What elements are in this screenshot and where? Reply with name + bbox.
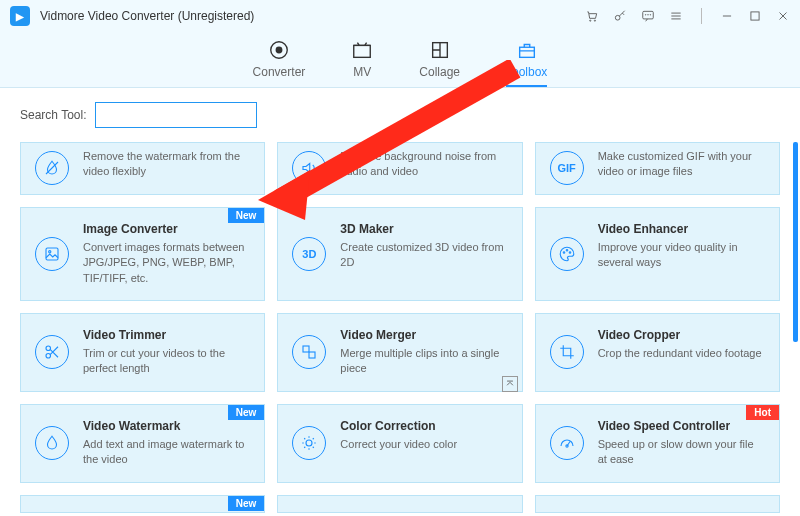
tool-image-converter[interactable]: New Image Converter Convert images forma…	[20, 207, 265, 301]
svg-point-16	[563, 252, 565, 254]
search-row: Search Tool:	[0, 88, 800, 142]
tool-video-merger[interactable]: Video Merger Merge multiple clips into a…	[277, 313, 522, 392]
svg-point-15	[49, 250, 51, 252]
tool-video-speed[interactable]: Hot Video Speed Controller Speed up or s…	[535, 404, 780, 483]
tool-grid: Remove the watermark from the video flex…	[20, 142, 780, 513]
image-icon	[35, 237, 69, 271]
app-logo: ▶	[10, 6, 30, 26]
tool-watermark-remover[interactable]: Remove the watermark from the video flex…	[20, 142, 265, 195]
svg-point-17	[566, 249, 568, 251]
tool-title: Video Enhancer	[598, 222, 765, 236]
badge-new: New	[228, 496, 265, 511]
tool-desc: Correct your video color	[340, 437, 507, 452]
svg-rect-22	[309, 352, 315, 358]
svg-point-4	[645, 15, 646, 16]
badge-hot: Hot	[746, 405, 779, 420]
menu-icon[interactable]	[669, 9, 683, 23]
tool-title: 3D Maker	[340, 222, 507, 236]
svg-rect-21	[303, 346, 309, 352]
scroll-to-top-button[interactable]	[502, 376, 518, 392]
tool-title: Video Cropper	[598, 328, 765, 342]
svg-point-1	[594, 20, 595, 21]
audio-icon	[292, 151, 326, 185]
feedback-icon[interactable]	[641, 9, 655, 23]
tool-desc: Add text and image watermark to the vide…	[83, 437, 250, 468]
app-title: Vidmore Video Converter (Unregistered)	[40, 9, 254, 23]
tool-video-trimmer[interactable]: Video Trimmer Trim or cut your videos to…	[20, 313, 265, 392]
tab-collage[interactable]: Collage	[419, 39, 460, 87]
tool-desc: Convert images formats between JPG/JPEG,…	[83, 240, 250, 286]
tool-color-correction[interactable]: Color Correction Correct your video colo…	[277, 404, 522, 483]
tool-title: Image Converter	[83, 222, 250, 236]
tool-desc: Make customized GIF with your video or i…	[598, 149, 765, 180]
tool-video-enhancer[interactable]: Video Enhancer Improve your video qualit…	[535, 207, 780, 301]
main-tabs: Converter MV Collage Toolbox	[0, 32, 800, 88]
key-icon[interactable]	[613, 9, 627, 23]
tool-title: Video Trimmer	[83, 328, 250, 342]
svg-rect-7	[751, 12, 759, 20]
tool-grid-container: Remove the watermark from the video flex…	[0, 142, 800, 516]
tool-gif-maker[interactable]: GIF Make customized GIF with your video …	[535, 142, 780, 195]
search-input[interactable]	[102, 108, 252, 122]
sun-icon	[292, 426, 326, 460]
scrollbar-thumb[interactable]	[793, 142, 798, 342]
tab-label: Converter	[253, 65, 306, 79]
tab-toolbox[interactable]: Toolbox	[506, 39, 547, 87]
tab-label: Toolbox	[506, 65, 547, 79]
tool-desc: Remove background noise from audio and v…	[340, 149, 507, 180]
tool-noise-remover[interactable]: Remove background noise from audio and v…	[277, 142, 522, 195]
svg-point-5	[648, 15, 649, 16]
droplet-icon	[35, 426, 69, 460]
tool-desc: Create customized 3D video from 2D	[340, 240, 507, 271]
titlebar: ▶ Vidmore Video Converter (Unregistered)	[0, 0, 800, 32]
palette-icon	[550, 237, 584, 271]
tool-desc: Remove the watermark from the video flex…	[83, 149, 250, 180]
tool-video-watermark[interactable]: New Video Watermark Add text and image w…	[20, 404, 265, 483]
svg-point-18	[569, 252, 571, 254]
tool-partial[interactable]	[277, 495, 522, 513]
svg-point-23	[306, 440, 312, 446]
svg-point-0	[590, 20, 591, 21]
crop-icon	[550, 335, 584, 369]
tab-converter[interactable]: Converter	[253, 39, 306, 87]
droplet-strike-icon	[35, 151, 69, 185]
maximize-icon[interactable]	[748, 9, 762, 23]
svg-rect-10	[354, 45, 371, 57]
tool-desc: Merge multiple clips into a single piece	[340, 346, 507, 377]
tool-3d-maker[interactable]: 3D 3D Maker Create customized 3D video f…	[277, 207, 522, 301]
tool-video-cropper[interactable]: Video Cropper Crop the redundant video f…	[535, 313, 780, 392]
svg-rect-14	[46, 248, 58, 260]
tool-title: Color Correction	[340, 419, 507, 433]
scissors-icon	[35, 335, 69, 369]
svg-point-6	[650, 15, 651, 16]
svg-point-2	[615, 15, 620, 20]
badge-new: New	[228, 208, 265, 223]
cart-icon[interactable]	[585, 9, 599, 23]
tool-title: Video Watermark	[83, 419, 250, 433]
close-icon[interactable]	[776, 9, 790, 23]
search-label: Search Tool:	[20, 108, 87, 122]
svg-rect-12	[519, 47, 534, 57]
gif-icon: GIF	[550, 151, 584, 185]
tool-desc: Speed up or slow down your file at ease	[598, 437, 765, 468]
merge-icon	[292, 335, 326, 369]
tab-label: Collage	[419, 65, 460, 79]
tab-label: MV	[353, 65, 371, 79]
three-d-icon: 3D	[292, 237, 326, 271]
tool-title: Video Speed Controller	[598, 419, 765, 433]
tool-partial[interactable]	[535, 495, 780, 513]
tool-desc: Crop the redundant video footage	[598, 346, 765, 361]
minimize-icon[interactable]	[720, 9, 734, 23]
gauge-icon	[550, 426, 584, 460]
badge-new: New	[228, 405, 265, 420]
tab-mv[interactable]: MV	[351, 39, 373, 87]
tool-partial[interactable]: New	[20, 495, 265, 513]
svg-point-9	[276, 47, 282, 53]
tool-title: Video Merger	[340, 328, 507, 342]
tool-desc: Improve your video quality in several wa…	[598, 240, 765, 271]
search-box[interactable]	[95, 102, 257, 128]
tool-desc: Trim or cut your videos to the perfect l…	[83, 346, 250, 377]
